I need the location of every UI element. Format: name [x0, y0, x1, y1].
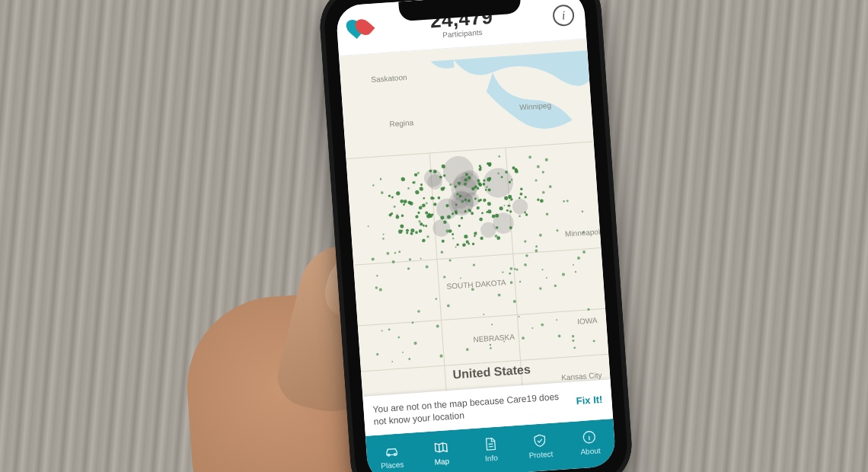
map-icon [432, 439, 449, 455]
map-view[interactable]: SaskatoonReginaWinnipegMinneapolisSOUTH … [339, 39, 613, 436]
nav-label: Info [485, 454, 498, 463]
nav-item-about[interactable]: About [564, 428, 615, 457]
app-logo-icon [347, 18, 372, 42]
shield-icon [531, 432, 548, 448]
car-icon [382, 443, 400, 459]
nav-item-map[interactable]: Map [416, 439, 467, 467]
info-icon: i [561, 8, 566, 22]
nav-label: About [580, 446, 601, 456]
map-place-label: IOWA [577, 316, 598, 326]
info-icon [581, 429, 598, 445]
phone-screen: 24,479 Participants i [335, 0, 616, 472]
nav-label: Protect [528, 450, 553, 460]
map-place-label: Regina [389, 118, 414, 128]
scene: 24,479 Participants i [0, 0, 868, 472]
nav-item-places[interactable]: Places [366, 442, 417, 470]
nav-label: Map [434, 457, 449, 466]
nav-label: Places [381, 460, 404, 470]
map-svg: SaskatoonReginaWinnipegMinneapolisSOUTH … [339, 39, 613, 436]
header-info-button[interactable]: i [552, 4, 575, 27]
fix-it-button[interactable]: Fix It! [576, 394, 603, 407]
doc-icon [481, 436, 499, 452]
banner-message: You are not on the map because Care19 do… [372, 390, 570, 428]
nav-item-protect[interactable]: Protect [515, 432, 566, 461]
phone: 24,479 Participants i [318, 0, 635, 472]
nav-item-info[interactable]: Info [465, 435, 516, 464]
